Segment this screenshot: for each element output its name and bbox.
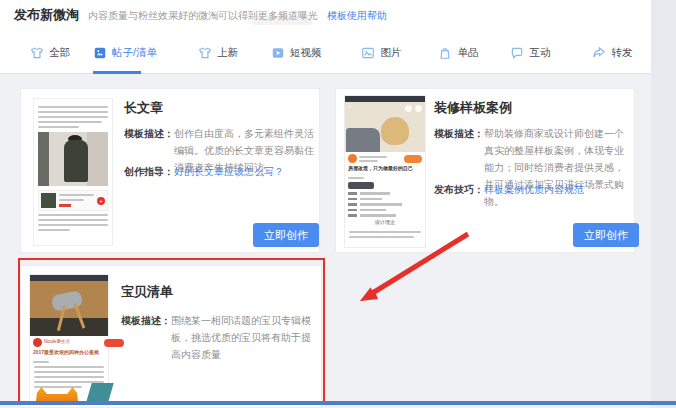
- text-line-placeholder: [359, 160, 378, 162]
- spec-row: [345, 214, 425, 217]
- tab-label: 图片: [380, 46, 401, 60]
- text-line-placeholder: [348, 177, 364, 179]
- tab-single-item[interactable]: 单品: [438, 32, 478, 74]
- back-icon: ‹: [348, 102, 351, 111]
- text-line-placeholder: [38, 121, 102, 123]
- share-arrow-icon: [592, 46, 606, 60]
- tab-all[interactable]: 全部: [30, 32, 70, 74]
- text-line-placeholder: [59, 199, 84, 201]
- long-article-preview-thumbnail: +: [33, 98, 113, 246]
- tab-short-video[interactable]: 短视频: [271, 32, 322, 74]
- post-picture-icon: [93, 46, 107, 60]
- shirt-icon: [30, 46, 44, 60]
- price-text-placeholder: [59, 204, 71, 207]
- section-heading-wrap: 设计理念: [345, 219, 425, 228]
- create-now-button[interactable]: 立即创作: [573, 223, 639, 247]
- spec-row: [345, 192, 425, 195]
- text-line-placeholder: [38, 219, 108, 221]
- tab-interaction[interactable]: 互动: [510, 32, 550, 74]
- create-now-button[interactable]: 立即创作: [253, 223, 319, 247]
- text-line-placeholder: [59, 194, 94, 196]
- tab-label: 互动: [529, 46, 550, 60]
- product-text: [59, 194, 94, 207]
- design-concept-heading: 设计理念: [348, 219, 422, 226]
- tab-label: 转发: [611, 46, 632, 60]
- action-circle-icon: [415, 105, 422, 112]
- spec-row: [345, 198, 425, 201]
- content-type-tabbar: 全部 帖子/清单 上新 短视频 图片 单品 互动 转发: [16, 32, 632, 74]
- picture-icon: [361, 46, 375, 60]
- template-card-decor-case: ‹ 房屋改造，只为做最好的自己: [335, 88, 635, 253]
- page-title: 发布新微淘: [14, 6, 79, 24]
- new-shirt-icon: [198, 46, 212, 60]
- active-tab-underline: [93, 71, 141, 74]
- page-right-gutter: [651, 0, 676, 408]
- guide-label: 创作指导：: [124, 163, 174, 180]
- shopping-bag-icon: [438, 46, 452, 60]
- text-line-placeholder: [38, 111, 108, 113]
- spec-row: [345, 209, 425, 212]
- card-title: 长文章: [124, 99, 163, 117]
- decor-case-preview-thumbnail: ‹ 房屋改造，只为做最好的自己: [344, 95, 426, 248]
- preview-post-title: 房屋改造，只为做最好的自己: [348, 165, 422, 172]
- tab-label: 短视频: [290, 46, 322, 60]
- add-to-cart-icon: +: [97, 197, 105, 205]
- tab-label: 单品: [457, 46, 478, 60]
- window-bottom-edge: [0, 401, 676, 405]
- guide-link[interactable]: 好的长文章应该怎么写？: [174, 163, 284, 180]
- tab-label: 上新: [217, 46, 238, 60]
- product-image: [41, 193, 56, 208]
- action-circle-icon: [405, 105, 412, 112]
- street-fashion-photo: [38, 132, 108, 186]
- follow-button: [404, 155, 422, 163]
- creation-guide-row: 创作指导： 好的长文章应该怎么写？: [124, 163, 314, 180]
- text-line-placeholder: [38, 116, 108, 118]
- weitao-publish-page: 发布新微淘 内容质量与粉丝效果好的微淘可以得到更多频道曝光 模板使用帮助 全部 …: [0, 0, 676, 408]
- highlight-rectangle: [18, 258, 325, 403]
- tab-new-arrival[interactable]: 上新: [198, 32, 238, 74]
- publish-tips-row: 发布技巧： 样板案例优质内容规范: [434, 181, 630, 198]
- video-play-icon: [271, 46, 285, 60]
- author-name-placeholder: [359, 156, 402, 162]
- tab-label: 全部: [49, 46, 70, 60]
- template-card-long-article: + 长文章 模板描述： 创作自由度高，多元素组件灵活编辑。优质的长文章更容易黏住…: [20, 88, 320, 253]
- text-line-placeholder: [359, 156, 387, 158]
- embedded-product-card: +: [38, 190, 108, 211]
- card-title: 装修样板案例: [434, 99, 512, 117]
- author-row: [345, 152, 425, 165]
- sofa-shape: [346, 128, 380, 152]
- tips-label: 发布技巧：: [434, 181, 484, 198]
- text-line-placeholder: [349, 231, 421, 233]
- tab-repost[interactable]: 转发: [592, 32, 632, 74]
- page-header: 发布新微淘 内容质量与粉丝效果好的微淘可以得到更多频道曝光 模板使用帮助: [14, 6, 387, 24]
- text-line-placeholder: [349, 236, 414, 238]
- tab-label: 帖子/清单: [112, 46, 157, 60]
- chat-bubble-icon: [510, 46, 524, 60]
- avatar: [348, 154, 357, 163]
- template-help-link[interactable]: 模板使用帮助: [327, 9, 387, 23]
- topic-tag: [348, 182, 374, 189]
- side-table-shape: [381, 117, 409, 145]
- page-subtitle: 内容质量与粉丝效果好的微淘可以得到更多频道曝光: [88, 9, 318, 23]
- text-line-placeholder: [38, 106, 108, 108]
- tips-link[interactable]: 样板案例优质内容规范: [484, 181, 584, 198]
- text-line-placeholder: [38, 224, 108, 226]
- model-figure-shape: [64, 140, 88, 182]
- living-room-photo: ‹: [345, 102, 425, 152]
- tab-post-list[interactable]: 帖子/清单: [93, 32, 157, 74]
- text-line-placeholder: [38, 229, 70, 231]
- text-line-placeholder: [38, 214, 108, 216]
- text-line-placeholder: [38, 126, 79, 128]
- tab-picture[interactable]: 图片: [361, 32, 401, 74]
- spec-row: [345, 203, 425, 206]
- preview-post-title-wrap: 房屋改造，只为做最好的自己: [345, 165, 425, 174]
